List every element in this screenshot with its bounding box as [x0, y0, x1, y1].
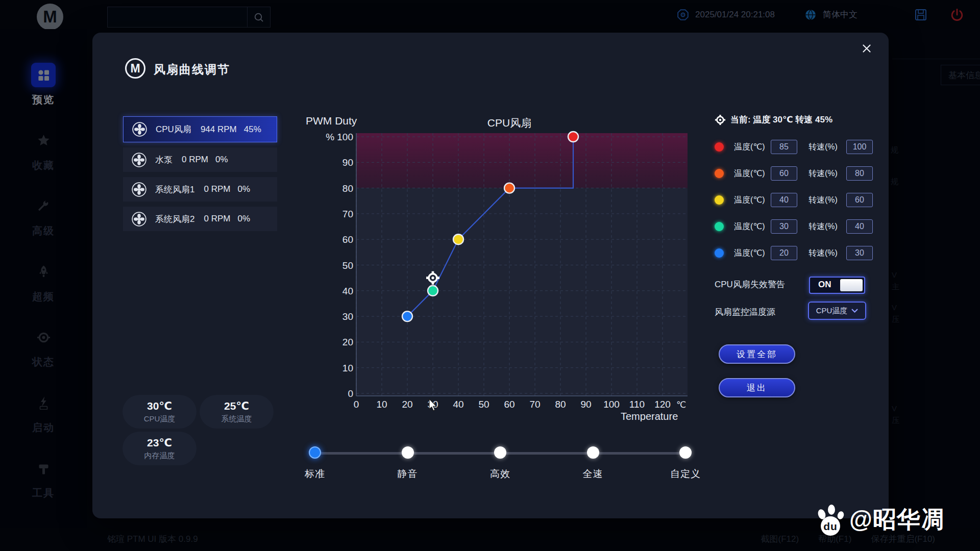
curve-point-marker[interactable] [428, 286, 438, 296]
fan-fail-alarm-label: CPU风扇失效警告 [715, 279, 785, 290]
fan-curve-chart[interactable]: 0102030405060708090% 1000102030405060708… [304, 113, 690, 421]
curve-point-marker[interactable] [402, 311, 412, 321]
point-temp-input[interactable] [771, 219, 797, 234]
close-button[interactable] [859, 41, 874, 56]
fan-name: CPU风扇 [156, 123, 191, 135]
point-speed-input[interactable] [846, 140, 873, 154]
temperature-label: CPU温度 [122, 414, 197, 424]
y-axis-title: PWM Duty [306, 115, 357, 127]
app-window: M 2025/01/24 20:21:08 简体中文 预览收藏高级超频状态 [0, 0, 980, 551]
fan-icon [131, 182, 147, 197]
fan-rpm: 944 RPM [201, 124, 237, 135]
fan-name: 系统风扇2 [155, 213, 194, 225]
danger-band [356, 133, 688, 188]
curve-point-row: 温度(℃)转速(%) [715, 244, 873, 262]
x-tick-label: 50 [478, 399, 489, 410]
fan-icon [132, 121, 148, 137]
x-axis-title: Temperature [621, 411, 678, 421]
curve-point-row: 温度(℃)转速(%) [715, 165, 873, 182]
point-temp-input[interactable] [771, 193, 797, 207]
x-tick-label: 60 [504, 399, 514, 410]
fan-duty: 0% [215, 155, 228, 165]
fan-rpm: 0 RPM [204, 214, 230, 224]
fan-name: 系统风扇1 [155, 184, 194, 195]
y-tick-label: 0 [348, 388, 353, 399]
preset-knob-3[interactable] [494, 446, 506, 459]
temperature-value: 30℃ [122, 400, 197, 412]
point-speed-input[interactable] [846, 219, 873, 234]
curve-settings-panel: 当前: 温度 30℃ 转速 45% 温度(℃)转速(%)温度(℃)转速(%)温度… [715, 112, 886, 510]
monitor-source-value: CPU温度 [816, 306, 848, 316]
fan-list-item[interactable]: CPU风扇944 RPM45% [123, 116, 277, 142]
toggle-state-label: ON [818, 280, 831, 290]
fan-list-item[interactable]: 水泵0 RPM0% [123, 147, 277, 172]
curve-point-row: 温度(℃)转速(%) [715, 191, 873, 209]
dialog-title: 风扇曲线调节 [154, 62, 230, 78]
dialog-brand-icon: M [125, 58, 145, 79]
curve-point-marker[interactable] [504, 183, 514, 193]
y-tick-label: 80 [342, 183, 353, 194]
x-tick-label: 120 [654, 399, 671, 410]
curve-point-row: 温度(℃)转速(%) [715, 138, 873, 156]
chart-title: CPU风扇 [487, 117, 531, 129]
point-temp-input[interactable] [771, 166, 797, 181]
curve-point-row: 温度(℃)转速(%) [715, 218, 873, 235]
y-tick-label: % 100 [326, 132, 353, 142]
point-temp-label: 温度(℃) [734, 195, 771, 206]
preset-label[interactable]: 自定义 [670, 467, 701, 481]
curve-point-marker[interactable] [568, 132, 578, 142]
fan-list-item[interactable]: 系统风扇10 RPM0% [123, 177, 277, 202]
point-speed-label: 转速(%) [808, 248, 846, 259]
y-tick-label: 30 [342, 311, 353, 322]
curve-point-marker[interactable] [453, 234, 463, 244]
apply-all-button[interactable]: 设置全部 [719, 344, 795, 364]
watermark: du @昭华凋 [815, 503, 945, 537]
point-speed-input[interactable] [846, 246, 873, 260]
preset-knob-5[interactable] [679, 446, 692, 459]
preset-knob-1[interactable] [309, 446, 321, 459]
close-icon [862, 42, 871, 55]
y-tick-label: 70 [342, 209, 353, 219]
point-temp-label: 温度(℃) [734, 248, 771, 259]
y-tick-label: 20 [342, 337, 353, 347]
x-tick-label: 20 [402, 399, 412, 410]
point-temp-input[interactable] [771, 246, 797, 260]
point-speed-input[interactable] [846, 193, 873, 207]
preset-knob-2[interactable] [402, 446, 414, 459]
x-tick-label: 80 [555, 399, 566, 410]
monitor-source-label: 风扇监控温度源 [715, 306, 775, 318]
point-color-dot [715, 248, 724, 258]
temperature-card: 30℃CPU温度 [122, 395, 197, 429]
x-tick-label: 70 [529, 399, 540, 410]
fan-list-item[interactable]: 系统风扇20 RPM0% [123, 207, 277, 231]
y-tick-label: 10 [342, 363, 353, 373]
temperature-card: 25℃系统温度 [200, 395, 274, 429]
target-icon [715, 114, 726, 126]
temperature-label: 系统温度 [200, 414, 274, 424]
x-tick-label: 110 [629, 399, 645, 410]
preset-knob-4[interactable] [587, 446, 599, 459]
fan-duty: 0% [237, 184, 250, 194]
preset-label[interactable]: 全速 [583, 467, 603, 481]
monitor-source-dropdown[interactable]: CPU温度 [808, 302, 866, 320]
fan-fail-alarm-toggle[interactable]: ON [809, 277, 865, 294]
point-temp-label: 温度(℃) [734, 168, 771, 179]
svg-text:du: du [823, 520, 838, 532]
fan-icon [131, 211, 147, 227]
preset-slider: 标准静音高效全速自定义 [308, 441, 692, 488]
point-speed-input[interactable] [846, 166, 873, 181]
x-axis-unit: ℃ [676, 400, 686, 410]
preset-label[interactable]: 静音 [398, 467, 418, 481]
y-tick-label: 90 [342, 157, 353, 168]
y-tick-label: 40 [342, 286, 353, 296]
point-color-dot [715, 195, 724, 205]
current-status-text: 当前: 温度 30℃ 转速 45% [730, 114, 832, 126]
point-temp-label: 温度(℃) [734, 142, 771, 153]
preset-label[interactable]: 标准 [305, 467, 325, 481]
preset-label[interactable]: 高效 [490, 467, 510, 481]
point-temp-input[interactable] [771, 140, 797, 154]
temperature-label: 内存温度 [122, 451, 197, 461]
exit-button[interactable]: 退出 [719, 378, 795, 397]
y-tick-label: 50 [342, 260, 353, 271]
x-tick-label: 90 [580, 399, 591, 410]
